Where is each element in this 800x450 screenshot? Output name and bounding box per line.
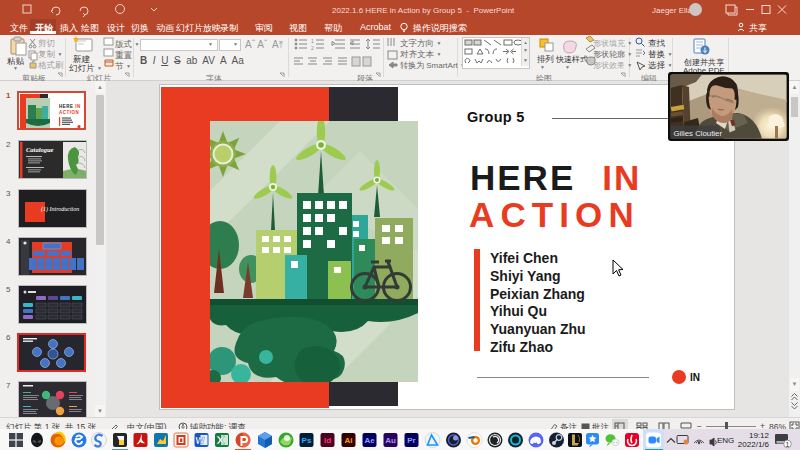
svg-text:Pr: Pr [407, 436, 415, 445]
svg-text:Catalogue: Catalogue [26, 146, 54, 153]
svg-text:2: 2 [311, 45, 314, 51]
svg-text:ACTION: ACTION [59, 110, 79, 115]
svg-text:1: 1 [786, 441, 790, 448]
svg-text:1: 1 [311, 38, 314, 44]
svg-text:Gilles Cloutier: Gilles Cloutier [674, 129, 723, 138]
svg-text:(1) Introduction: (1) Introduction [41, 206, 79, 213]
svg-text:HERE IN: HERE IN [59, 104, 81, 109]
svg-text:Ps: Ps [302, 436, 312, 445]
svg-text:Ae: Ae [364, 436, 375, 445]
svg-text:Au: Au [385, 436, 396, 445]
svg-text:Ai: Ai [345, 436, 353, 445]
svg-text:Id: Id [324, 436, 331, 445]
